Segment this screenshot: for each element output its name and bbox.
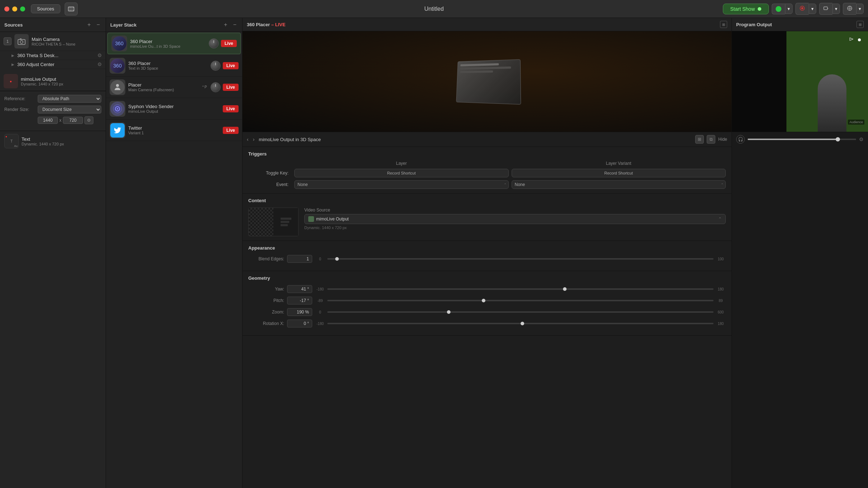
snapshot-arrow-button[interactable]: ▾ — [809, 4, 816, 14]
rotation-x-input[interactable] — [287, 320, 312, 327]
sub-source-name-theta: 360 Theta S Desk... — [17, 53, 94, 58]
start-show-button[interactable]: Start Show — [723, 4, 769, 14]
pitch-input[interactable] — [287, 297, 312, 305]
rotation-x-slider[interactable] — [327, 323, 714, 324]
zoom-slider[interactable] — [327, 311, 714, 313]
pitch-slider[interactable] — [327, 300, 714, 301]
traffic-lights — [4, 6, 25, 11]
layer-icon-360-2: 360 — [110, 58, 125, 74]
gear-icon-theta[interactable]: ⚙ — [97, 52, 102, 58]
nav-next-button[interactable]: › — [253, 136, 255, 142]
gear-icon-adjust[interactable]: ⚙ — [97, 61, 102, 67]
sources-window-button[interactable]: Sources — [31, 4, 60, 13]
layer-item-syphon[interactable]: Syphon Video Sender mimoLive Output Live — [106, 98, 242, 120]
snapshot-button[interactable] — [795, 3, 809, 15]
arrow-indicator-icon: ⊳ — [849, 36, 854, 42]
live-badge-placer[interactable]: Live — [223, 84, 239, 91]
blend-slider-thumb — [335, 257, 339, 261]
film-icon[interactable] — [65, 3, 78, 15]
program-popout-button[interactable]: ⊞ — [857, 21, 864, 28]
variant-event-select[interactable]: None — [512, 180, 726, 189]
preview-viewport — [243, 31, 731, 132]
hide-button[interactable]: Hide — [718, 135, 727, 144]
maximize-button[interactable] — [20, 6, 25, 11]
output-arrow-button[interactable]: ▾ — [832, 4, 840, 14]
source-info-mimolive: mimoLive Output Dynamic. 1440 x 720 px — [21, 76, 102, 86]
record-main-button[interactable] — [772, 4, 785, 14]
layer-item-360-placer-1[interactable]: 360 360 Placer mimoLive Ou...t in 3D Spa… — [107, 33, 241, 54]
sub-source-adjust-center[interactable]: ▶ 360 Adjust Center ⚙ — [11, 60, 106, 69]
live-badge-syphon[interactable]: Live — [223, 105, 239, 112]
app-title: Untitled — [424, 6, 444, 12]
volume-knob-360-2[interactable] — [211, 61, 221, 71]
live-badge-360-1[interactable]: Live — [221, 40, 237, 47]
layer-stack-title: Layer Stack — [110, 22, 137, 28]
reference-label: Reference: — [4, 96, 35, 101]
svg-rect-6 — [73, 7, 74, 8]
sources-add-button[interactable]: + — [86, 22, 92, 28]
variant-shortcut-button[interactable]: Record Shortcut — [512, 169, 726, 177]
yaw-input[interactable] — [287, 285, 312, 293]
layer-stack-panel: Layer Stack + − 360 360 Placer mimoLive … — [106, 18, 243, 488]
layer-shortcut-button[interactable]: Record Shortcut — [294, 169, 509, 177]
pitch-label: Pitch: — [248, 298, 284, 303]
close-button[interactable] — [4, 6, 9, 11]
layer-item-360-placer-2[interactable]: 360 360 Placer Text in 3D Space Live — [106, 55, 242, 76]
web-arrow-button[interactable]: ▾ — [856, 4, 864, 14]
output-button[interactable] — [819, 3, 832, 15]
appearance-title: Appearance — [248, 245, 726, 251]
volume-knob-placer[interactable] — [211, 82, 221, 92]
height-input[interactable]: 720 — [63, 117, 83, 124]
size-gear-button[interactable]: ⚙ — [84, 116, 93, 124]
triggers-col-layer: Layer — [294, 161, 509, 166]
live-badge-360-2[interactable]: Live — [223, 62, 239, 69]
layer-sub-twitter: Variant 1 — [128, 131, 220, 135]
syphon-icon — [110, 102, 125, 116]
pitch-min-label: -89 — [315, 299, 325, 303]
svg-rect-13 — [824, 7, 827, 10]
text-source-icon: ● T Au — [4, 134, 19, 148]
checkerboard-pattern — [249, 208, 273, 236]
size-inputs-row: 1440 x 720 ⚙ — [4, 116, 101, 124]
source-number: 1 — [4, 37, 11, 45]
record-arrow-button[interactable]: ▾ — [785, 4, 793, 14]
layer-remove-button[interactable]: − — [232, 22, 238, 28]
layer-event-select[interactable]: None — [294, 180, 509, 189]
blend-edges-slider[interactable] — [327, 258, 714, 260]
audio-slider-track[interactable] — [748, 139, 856, 140]
layer-item-twitter[interactable]: Twitter Variant 1 Live — [106, 120, 242, 141]
nav-prev-button[interactable]: ‹ — [247, 136, 249, 142]
title-bar: Sources Untitled Start Show ▾ — [0, 0, 868, 18]
blend-edges-input[interactable] — [287, 255, 312, 263]
text-source-item[interactable]: ● T Au Text Dynamic. 1440 x 720 px — [0, 131, 106, 151]
live-badge-twitter[interactable]: Live — [223, 127, 239, 134]
layer-add-button[interactable]: + — [222, 22, 228, 28]
detail-copy-button[interactable]: ⧉ — [707, 135, 715, 144]
reference-select[interactable]: Absolute Path — [38, 95, 101, 103]
preview-popout-button[interactable]: ⊞ — [720, 21, 727, 28]
sources-panel-title: Sources — [4, 22, 23, 28]
render-size-select[interactable]: Document Size — [38, 106, 101, 113]
layer-item-placer[interactable]: Placer Main Camera (Fullscreen) ⌃P Live — [106, 76, 242, 98]
zoom-input[interactable] — [287, 308, 312, 316]
yaw-slider[interactable] — [327, 288, 714, 290]
source-item-main-camera[interactable]: 1 Main Camera RICOH THETA S – None — [0, 32, 106, 51]
source-item-mimolive[interactable]: ● mimoLive Output Dynamic. 1440 x 720 px — [0, 72, 106, 91]
text-source-info: Text Dynamic. 1440 x 720 px — [22, 136, 101, 146]
volume-knob-360-1[interactable] — [209, 38, 219, 48]
sources-remove-button[interactable]: − — [95, 22, 101, 28]
web-button[interactable] — [843, 3, 856, 15]
camera-icon — [17, 37, 26, 46]
rotation-x-min-label: -180 — [315, 322, 325, 326]
sub-source-theta-desk[interactable]: ▶ 360 Theta S Desk... ⚙ — [11, 51, 106, 60]
360-placer-icon-2: 360 — [110, 59, 125, 73]
audio-gear-icon[interactable]: ⚙ — [859, 136, 864, 142]
svg-rect-9 — [72, 10, 72, 11]
layer-info-360-2: 360 Placer Text in 3D Space — [128, 61, 208, 70]
minimize-button[interactable] — [12, 6, 17, 11]
video-thumbnail — [248, 208, 299, 236]
blend-edges-slider-container: 0 100 — [315, 257, 726, 261]
width-input[interactable]: 1440 — [38, 117, 58, 124]
video-source-select[interactable]: mimoLive Output ⌃ — [304, 214, 726, 224]
detail-add-button[interactable]: ⊞ — [695, 135, 704, 144]
